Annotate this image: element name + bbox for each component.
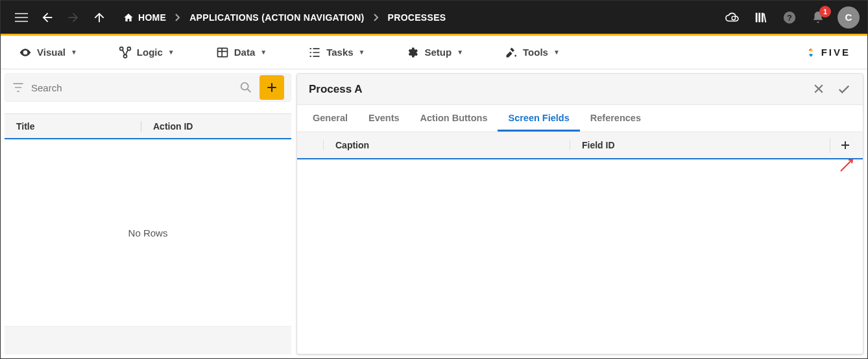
filter-icon[interactable] [12, 81, 25, 94]
tools-icon [505, 46, 518, 59]
home-icon [123, 12, 134, 23]
breadcrumb-home[interactable]: HOME [117, 12, 171, 23]
annotation-arrow-icon [838, 156, 856, 174]
help-icon[interactable]: ? [777, 5, 802, 30]
breadcrumb-home-label: HOME [138, 12, 166, 23]
table-icon [216, 46, 229, 59]
sub-th-caption[interactable]: Caption [323, 140, 570, 150]
caret-down-icon: ▼ [553, 49, 560, 56]
add-button[interactable] [259, 75, 284, 100]
toolbar-data-label: Data [234, 47, 256, 58]
logic-icon [119, 46, 132, 59]
toolbar-tools[interactable]: Tools ▼ [496, 42, 569, 63]
subtable-header: Caption Field ID [297, 132, 863, 159]
tab-screen-fields[interactable]: Screen Fields [498, 106, 579, 132]
left-footer [5, 326, 291, 354]
add-field-button[interactable] [830, 137, 851, 153]
caret-down-icon: ▼ [168, 49, 175, 56]
left-table-header: Title Action ID [5, 113, 291, 139]
plus-icon [839, 139, 851, 151]
chevron-right-icon [171, 14, 184, 21]
tab-general[interactable]: General [302, 106, 358, 132]
th-actionid[interactable]: Action ID [141, 121, 204, 132]
avatar-initial: C [845, 12, 852, 23]
notification-badge: 1 [819, 6, 831, 17]
right-header-actions [812, 82, 851, 97]
toolbar-setup-label: Setup [424, 47, 452, 58]
svg-point-3 [24, 51, 26, 53]
up-icon[interactable] [86, 5, 112, 30]
avatar[interactable]: C [838, 6, 860, 29]
svg-text:?: ? [787, 12, 792, 22]
back-icon[interactable] [34, 5, 60, 30]
topbar-left: HOME APPLICATIONS (ACTION NAVIGATION) PR… [8, 5, 451, 30]
left-table-body: No Rows [5, 139, 291, 326]
topbar-right: ? 1 C [719, 5, 860, 30]
search-input[interactable] [31, 82, 232, 93]
toolbar-visual[interactable]: Visual ▼ [10, 42, 86, 63]
gear-icon [406, 46, 419, 59]
brand-icon [804, 46, 817, 59]
breadcrumb-processes-label: PROCESSES [388, 12, 446, 23]
toolbar-data[interactable]: Data ▼ [207, 42, 276, 63]
svg-point-8 [241, 83, 248, 90]
right-header: Process A [297, 74, 863, 105]
search-row [5, 73, 291, 102]
brand: FIVE [804, 46, 858, 59]
tab-action-buttons[interactable]: Action Buttons [410, 106, 498, 132]
toolbar-logic[interactable]: Logic ▼ [110, 42, 184, 63]
svg-point-6 [123, 54, 127, 58]
caret-down-icon: ▼ [260, 49, 267, 56]
notifications-icon[interactable]: 1 [805, 5, 831, 30]
th-title[interactable]: Title [5, 121, 141, 132]
no-rows-label: No Rows [128, 227, 168, 238]
toolbar-visual-label: Visual [37, 47, 66, 58]
tabs: General Events Action Buttons Screen Fie… [297, 105, 863, 132]
close-icon[interactable] [812, 82, 825, 97]
tab-references[interactable]: References [580, 106, 651, 132]
eye-icon [19, 46, 32, 59]
breadcrumb-apps[interactable]: APPLICATIONS (ACTION NAVIGATION) [184, 12, 369, 23]
main-area: Title Action ID No Rows Process A Genera… [1, 69, 867, 358]
tasks-icon [308, 46, 321, 59]
right-panel: Process A General Events Action Buttons … [296, 73, 863, 354]
sub-th-fieldid[interactable]: Field ID [570, 140, 627, 150]
breadcrumb-processes[interactable]: PROCESSES [383, 12, 452, 23]
toolbar-setup[interactable]: Setup ▼ [397, 42, 472, 63]
toolbar-tools-label: Tools [523, 47, 548, 58]
tab-events[interactable]: Events [358, 106, 410, 132]
breadcrumb: HOME APPLICATIONS (ACTION NAVIGATION) PR… [117, 12, 451, 23]
left-panel: Title Action ID No Rows [5, 73, 291, 354]
toolbar-tasks-label: Tasks [326, 47, 353, 58]
caret-down-icon: ▼ [359, 49, 365, 56]
brand-label: FIVE [821, 47, 850, 58]
menu-icon[interactable] [8, 5, 34, 30]
search-icon[interactable] [239, 80, 253, 95]
plus-icon [265, 81, 278, 94]
toolbar-tasks[interactable]: Tasks ▼ [299, 42, 374, 63]
page-title: Process A [309, 83, 363, 96]
caret-down-icon: ▼ [457, 49, 463, 56]
toolbar-logic-label: Logic [137, 47, 163, 58]
forward-icon [60, 5, 86, 30]
top-bar: HOME APPLICATIONS (ACTION NAVIGATION) PR… [1, 1, 867, 36]
breadcrumb-apps-label: APPLICATIONS (ACTION NAVIGATION) [189, 12, 364, 23]
svg-point-0 [732, 16, 736, 20]
tool-bar: Visual ▼ Logic ▼ Data ▼ Tasks ▼ Setup ▼ … [1, 36, 867, 69]
caret-down-icon: ▼ [71, 49, 77, 56]
chevron-right-icon [370, 14, 383, 21]
library-icon[interactable] [748, 5, 774, 30]
cloud-icon[interactable] [719, 5, 745, 30]
check-icon[interactable] [837, 82, 851, 97]
